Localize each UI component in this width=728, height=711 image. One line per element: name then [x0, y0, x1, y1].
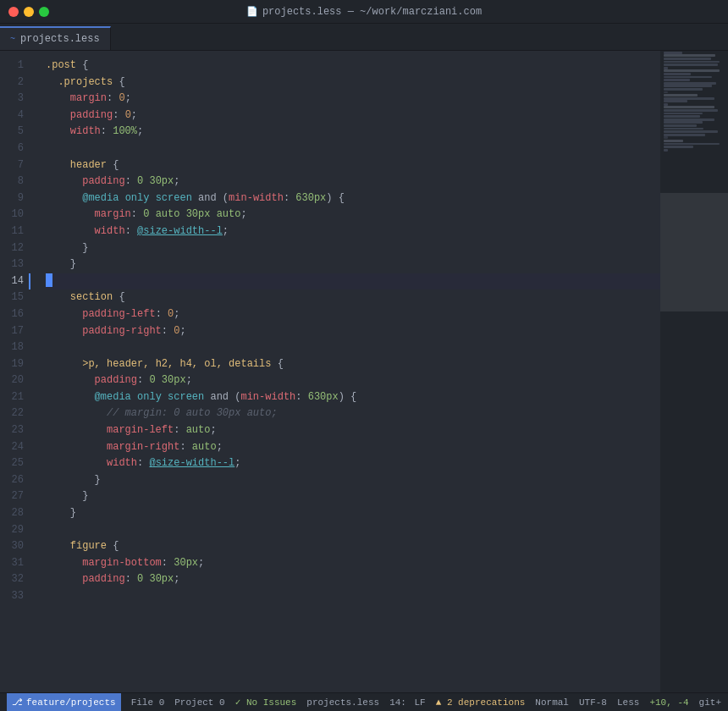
code-line: // margin: 0 auto 30px auto; [46, 405, 660, 422]
code-line: margin: 0 auto 30px auto; [46, 207, 660, 223]
token: 0 auto 30px auto [143, 208, 240, 220]
token [46, 391, 95, 403]
line-number: 11 [0, 223, 30, 240]
token: : [101, 125, 113, 137]
file-label: File 0 [131, 697, 165, 708]
code-line: padding-right: 0; [46, 323, 660, 340]
code-line: @media only screen and (min-width: 630px… [46, 190, 660, 207]
no-issues-label: ✓ No Issues [235, 697, 297, 708]
token: ; [234, 457, 240, 469]
maximize-button[interactable] [39, 7, 49, 17]
token: ; [174, 573, 179, 585]
line-number: 12 [0, 240, 30, 257]
status-git-changes[interactable]: +10, -4 [649, 697, 688, 708]
grammar-label: Less [617, 697, 639, 708]
code-line: width: 100%; [46, 124, 660, 141]
token: 0 30px [137, 175, 174, 187]
line-number: 32 [0, 571, 30, 588]
token: section [46, 291, 119, 303]
token [46, 358, 82, 370]
status-file[interactable]: File 0 [131, 697, 165, 708]
git-label: git+ [699, 697, 721, 708]
token: >p, header, h2, h4, ol, details [82, 358, 277, 370]
token: // margin: 0 auto 30px auto; [107, 407, 278, 419]
line-number: 13 [0, 256, 30, 273]
minimap-viewport [660, 193, 728, 311]
token: ; [198, 557, 204, 569]
line-number: 30 [0, 538, 30, 555]
code-line: @media only screen and (min-width: 630px… [46, 389, 660, 406]
line-number: 15 [0, 289, 30, 306]
status-project[interactable]: Project 0 [174, 697, 224, 708]
code-line: figure { [46, 538, 660, 555]
line-number: 23 [0, 422, 30, 439]
line-number: 29 [0, 522, 30, 539]
line-number: 14 [0, 273, 30, 290]
title-bar: 📄 projects.less — ~/work/marcziani.com [0, 0, 728, 24]
token: 0 30px [149, 374, 185, 386]
code-line: .projects { [46, 74, 660, 91]
code-line [46, 273, 660, 290]
token: padding [46, 374, 137, 386]
tab-projects-less[interactable]: ~ projects.less [0, 26, 111, 50]
close-button[interactable] [8, 7, 19, 17]
status-git[interactable]: git+ [699, 697, 721, 708]
token: 630px [295, 192, 326, 204]
line-number: 7 [0, 157, 30, 174]
code-line: } [46, 488, 660, 505]
window-controls [8, 7, 49, 17]
status-line-ending[interactable]: LF [415, 697, 426, 708]
tab-bar: ~ projects.less [0, 24, 728, 51]
status-branch[interactable]: ⎇ feature/projects [7, 693, 121, 712]
line-number: 24 [0, 439, 30, 456]
token: padding [46, 175, 125, 187]
token: ; [131, 109, 137, 121]
token: : [125, 225, 137, 237]
minimap-line [664, 113, 703, 115]
minimap-line [664, 121, 703, 124]
minimap-line [664, 128, 703, 130]
token: : [162, 557, 174, 569]
status-bar: ⎇ feature/projects File 0 Project 0 ✓ No… [0, 692, 728, 711]
minimap-line [664, 106, 714, 108]
token: : [107, 92, 119, 104]
code-line: } [46, 240, 660, 257]
line-number: 3 [0, 91, 30, 107]
minimap-line [664, 136, 668, 139]
status-deprecations[interactable]: ▲ 2 deprecations [436, 697, 526, 708]
token: ; [125, 92, 131, 104]
token: width [46, 457, 137, 469]
token: margin [46, 208, 131, 220]
status-encoding[interactable]: Normal [535, 697, 569, 708]
code-line: section { [46, 289, 660, 306]
token [46, 192, 82, 204]
code-line: width: @size-width--l; [46, 223, 660, 240]
code-lines: .post { .projects { margin: 0; padding: … [39, 51, 660, 692]
minimap-line [664, 58, 711, 60]
tab-file-icon: ~ [10, 35, 15, 44]
token: ( [229, 391, 240, 403]
encoding-label: Normal [535, 697, 569, 708]
minimap-line [664, 67, 668, 69]
status-no-issues[interactable]: ✓ No Issues [235, 697, 297, 708]
status-grammar[interactable]: Less [617, 697, 639, 708]
code-area[interactable]: 1234567891011121314151617181920212223242… [0, 51, 660, 692]
minimap-line [664, 61, 720, 63]
minimap-line [664, 100, 687, 102]
minimap[interactable] [660, 51, 728, 692]
token: : [137, 457, 149, 469]
code-line: >p, header, h2, h4, ol, details { [46, 356, 660, 373]
token: padding-right [46, 325, 162, 337]
minimap-line [664, 54, 715, 57]
token: width [46, 225, 125, 237]
token: { [119, 291, 124, 303]
token: { [278, 358, 284, 370]
line-number: 21 [0, 389, 30, 406]
token: padding-left [46, 308, 156, 320]
line-number: 6 [0, 141, 30, 157]
code-line: width: @size-width--l; [46, 455, 660, 472]
minimize-button[interactable] [24, 7, 34, 17]
minimap-line [664, 91, 668, 94]
status-charset[interactable]: UTF-8 [579, 697, 607, 708]
line-number: 31 [0, 555, 30, 572]
